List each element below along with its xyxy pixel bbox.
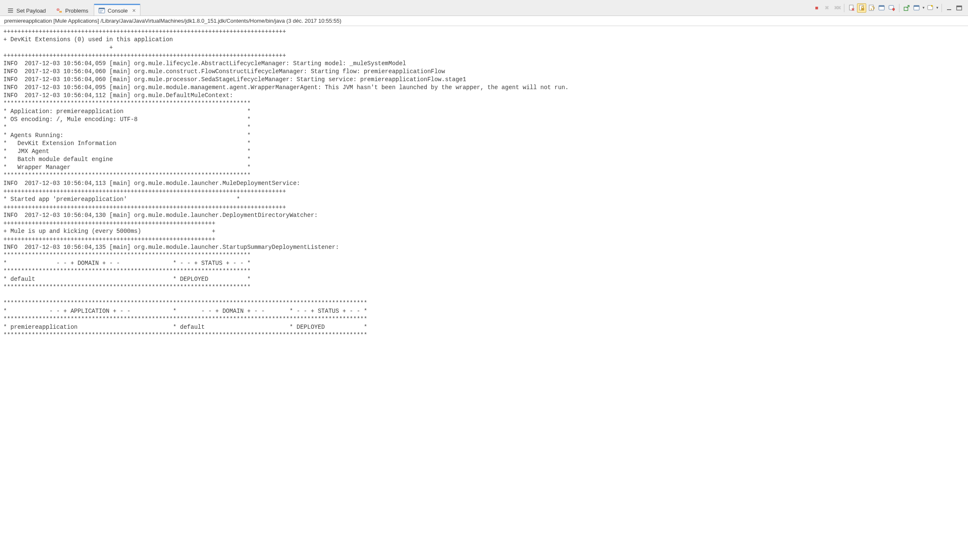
separator — [942, 4, 942, 12]
chevron-down-icon: ▼ — [936, 6, 939, 10]
svg-rect-2 — [8, 12, 13, 13]
svg-rect-26 — [957, 6, 962, 7]
wrap-icon — [868, 5, 875, 11]
svg-rect-1 — [8, 10, 13, 11]
svg-rect-10 — [100, 12, 102, 12]
svg-rect-24 — [947, 9, 951, 10]
word-wrap-button[interactable] — [867, 3, 876, 13]
separator — [899, 4, 899, 12]
pin-icon — [889, 5, 895, 11]
tab-set-payload[interactable]: Set Payload — [3, 5, 50, 16]
new-console-view-dropdown[interactable]: ▼ — [926, 3, 939, 13]
svg-rect-16 — [879, 5, 884, 7]
tab-label: Set Payload — [16, 8, 46, 14]
tab-console[interactable]: Console ✕ — [94, 4, 140, 16]
tab-label: Problems — [65, 8, 88, 14]
export-icon — [903, 5, 910, 11]
scroll-lock-button[interactable] — [857, 3, 866, 13]
display-selected-console-dropdown[interactable]: ▼ — [912, 3, 925, 13]
svg-rect-13 — [861, 8, 864, 11]
console-icon — [98, 7, 105, 14]
close-icon[interactable]: ✕ — [132, 8, 136, 13]
console-toolbar: ■ ✖ ✖✖ ▼ — [812, 3, 965, 13]
minimize-icon — [946, 5, 952, 11]
svg-rect-4 — [58, 9, 58, 10]
remove-launch-button[interactable]: ✖ — [822, 3, 831, 13]
console-status-line: premiereapplication [Mule Applications] … — [0, 16, 968, 26]
chevron-down-icon: ▼ — [922, 6, 925, 10]
console-small-icon — [878, 5, 885, 11]
svg-rect-8 — [99, 8, 105, 9]
doc-x-icon — [848, 5, 855, 11]
svg-rect-0 — [8, 8, 13, 9]
svg-rect-9 — [100, 11, 103, 11]
svg-rect-5 — [58, 11, 58, 11]
tab-label: Console — [108, 8, 128, 14]
show-console-button[interactable] — [877, 3, 886, 13]
pin-console-button[interactable] — [887, 3, 897, 13]
status-text: premiereapplication [Mule Applications] … — [4, 18, 341, 24]
tab-problems[interactable]: Problems — [51, 5, 93, 16]
open-console-button[interactable] — [902, 3, 911, 13]
lock-doc-icon — [858, 5, 865, 11]
svg-rect-19 — [893, 9, 894, 11]
console-output[interactable]: ++++++++++++++++++++++++++++++++++++++++… — [0, 26, 968, 352]
remove-all-launches-button[interactable]: ✖✖ — [832, 3, 841, 13]
svg-rect-22 — [914, 5, 919, 7]
console-dd-icon — [913, 5, 920, 11]
view-toolbar: Set Payload Problems Console ✕ ■ ✖ ✖✖ — [0, 0, 968, 16]
problems-icon — [56, 7, 63, 14]
view-tabs: Set Payload Problems Console ✕ — [3, 0, 140, 16]
maximize-icon — [956, 5, 963, 11]
new-console-icon — [927, 5, 934, 11]
terminate-button[interactable]: ■ — [812, 3, 821, 13]
maximize-view-button[interactable] — [955, 3, 964, 13]
list-icon — [7, 7, 14, 14]
svg-rect-6 — [59, 11, 62, 13]
clear-console-button[interactable] — [847, 3, 856, 13]
minimize-view-button[interactable] — [944, 3, 954, 13]
separator — [844, 4, 844, 12]
